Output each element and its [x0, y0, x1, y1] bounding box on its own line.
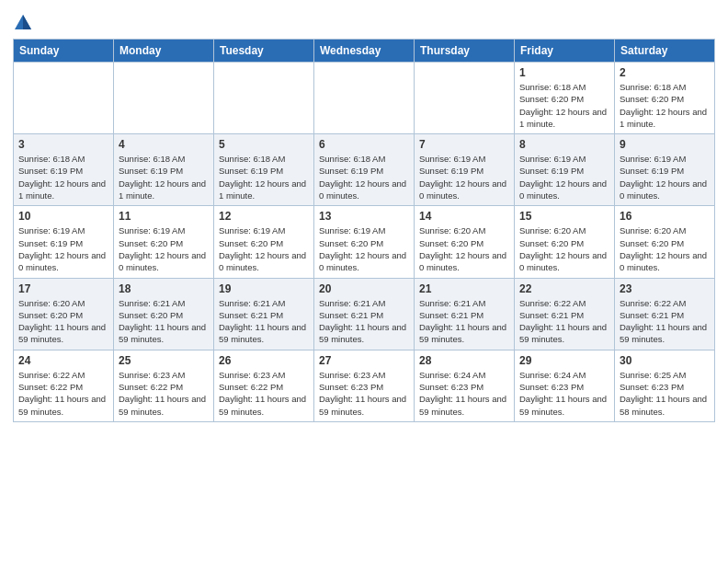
- day-info: Sunrise: 6:18 AM Sunset: 6:19 PM Dayligh…: [18, 153, 108, 201]
- calendar-cell: 14Sunrise: 6:20 AM Sunset: 6:20 PM Dayli…: [415, 206, 515, 278]
- calendar-cell: 19Sunrise: 6:21 AM Sunset: 6:21 PM Dayli…: [214, 278, 314, 350]
- calendar-cell: [114, 63, 214, 134]
- day-info: Sunrise: 6:23 AM Sunset: 6:22 PM Dayligh…: [119, 369, 209, 418]
- day-info: Sunrise: 6:22 AM Sunset: 6:22 PM Dayligh…: [18, 369, 108, 418]
- day-number: 7: [419, 138, 509, 151]
- calendar-cell: [214, 63, 314, 134]
- calendar-cell: 30Sunrise: 6:25 AM Sunset: 6:23 PM Dayli…: [615, 350, 715, 421]
- calendar-cell: [14, 63, 114, 134]
- day-info: Sunrise: 6:21 AM Sunset: 6:21 PM Dayligh…: [319, 297, 409, 346]
- day-info: Sunrise: 6:19 AM Sunset: 6:19 PM Dayligh…: [519, 153, 609, 201]
- day-number: 18: [119, 282, 209, 295]
- day-number: 1: [519, 66, 609, 79]
- day-info: Sunrise: 6:24 AM Sunset: 6:23 PM Dayligh…: [519, 369, 609, 418]
- day-info: Sunrise: 6:19 AM Sunset: 6:20 PM Dayligh…: [119, 224, 209, 273]
- page: SundayMondayTuesdayWednesdayThursdayFrid…: [0, 0, 728, 431]
- weekday-header-friday: Friday: [515, 40, 615, 63]
- calendar-cell: 4Sunrise: 6:18 AM Sunset: 6:19 PM Daylig…: [114, 134, 214, 206]
- day-info: Sunrise: 6:20 AM Sunset: 6:20 PM Dayligh…: [18, 297, 108, 346]
- day-info: Sunrise: 6:18 AM Sunset: 6:19 PM Dayligh…: [319, 153, 409, 201]
- day-info: Sunrise: 6:19 AM Sunset: 6:20 PM Dayligh…: [319, 224, 409, 273]
- weekday-header-monday: Monday: [114, 40, 214, 63]
- day-number: 5: [219, 138, 309, 151]
- day-info: Sunrise: 6:21 AM Sunset: 6:21 PM Dayligh…: [419, 297, 509, 346]
- calendar-cell: [314, 63, 415, 134]
- day-number: 26: [219, 354, 309, 367]
- calendar-cell: 11Sunrise: 6:19 AM Sunset: 6:20 PM Dayli…: [114, 206, 214, 278]
- day-number: 30: [620, 354, 710, 367]
- day-number: 2: [620, 66, 710, 79]
- weekday-header-saturday: Saturday: [615, 40, 715, 63]
- calendar-cell: 6Sunrise: 6:18 AM Sunset: 6:19 PM Daylig…: [314, 134, 415, 206]
- day-number: 16: [620, 210, 710, 223]
- day-number: 9: [620, 138, 710, 151]
- calendar-cell: 15Sunrise: 6:20 AM Sunset: 6:20 PM Dayli…: [515, 206, 615, 278]
- day-info: Sunrise: 6:19 AM Sunset: 6:19 PM Dayligh…: [419, 153, 509, 201]
- calendar-cell: 10Sunrise: 6:19 AM Sunset: 6:19 PM Dayli…: [14, 206, 114, 278]
- day-info: Sunrise: 6:20 AM Sunset: 6:20 PM Dayligh…: [419, 224, 509, 273]
- day-info: Sunrise: 6:22 AM Sunset: 6:21 PM Dayligh…: [519, 297, 609, 346]
- calendar-cell: 17Sunrise: 6:20 AM Sunset: 6:20 PM Dayli…: [14, 278, 114, 350]
- day-info: Sunrise: 6:18 AM Sunset: 6:19 PM Dayligh…: [219, 153, 309, 201]
- calendar-week-5: 24Sunrise: 6:22 AM Sunset: 6:22 PM Dayli…: [14, 350, 715, 421]
- day-number: 28: [419, 354, 509, 367]
- calendar-cell: 9Sunrise: 6:19 AM Sunset: 6:19 PM Daylig…: [615, 134, 715, 206]
- day-number: 24: [18, 354, 108, 367]
- logo: [13, 13, 37, 33]
- day-number: 27: [319, 354, 409, 367]
- day-info: Sunrise: 6:23 AM Sunset: 6:22 PM Dayligh…: [219, 369, 309, 418]
- day-info: Sunrise: 6:21 AM Sunset: 6:21 PM Dayligh…: [219, 297, 309, 346]
- calendar-cell: [415, 63, 515, 134]
- calendar-cell: 7Sunrise: 6:19 AM Sunset: 6:19 PM Daylig…: [415, 134, 515, 206]
- day-info: Sunrise: 6:19 AM Sunset: 6:19 PM Dayligh…: [18, 224, 108, 273]
- day-number: 3: [18, 138, 108, 151]
- day-number: 10: [18, 210, 108, 223]
- calendar-cell: 13Sunrise: 6:19 AM Sunset: 6:20 PM Dayli…: [314, 206, 415, 278]
- day-info: Sunrise: 6:18 AM Sunset: 6:20 PM Dayligh…: [519, 81, 609, 130]
- calendar-cell: 25Sunrise: 6:23 AM Sunset: 6:22 PM Dayli…: [114, 350, 214, 421]
- day-number: 17: [18, 282, 108, 295]
- day-info: Sunrise: 6:21 AM Sunset: 6:20 PM Dayligh…: [119, 297, 209, 346]
- weekday-header-thursday: Thursday: [415, 40, 515, 63]
- calendar-cell: 28Sunrise: 6:24 AM Sunset: 6:23 PM Dayli…: [415, 350, 515, 421]
- calendar-body: 1Sunrise: 6:18 AM Sunset: 6:20 PM Daylig…: [14, 63, 715, 422]
- weekday-header-tuesday: Tuesday: [214, 40, 314, 63]
- day-info: Sunrise: 6:18 AM Sunset: 6:19 PM Dayligh…: [119, 153, 209, 201]
- calendar-week-3: 10Sunrise: 6:19 AM Sunset: 6:19 PM Dayli…: [14, 206, 715, 278]
- calendar-cell: 27Sunrise: 6:23 AM Sunset: 6:23 PM Dayli…: [314, 350, 415, 421]
- day-number: 25: [119, 354, 209, 367]
- day-info: Sunrise: 6:19 AM Sunset: 6:20 PM Dayligh…: [219, 224, 309, 273]
- header: [13, 9, 715, 33]
- day-info: Sunrise: 6:20 AM Sunset: 6:20 PM Dayligh…: [519, 224, 609, 273]
- calendar-cell: 18Sunrise: 6:21 AM Sunset: 6:20 PM Dayli…: [114, 278, 214, 350]
- calendar-cell: 21Sunrise: 6:21 AM Sunset: 6:21 PM Dayli…: [415, 278, 515, 350]
- calendar-week-4: 17Sunrise: 6:20 AM Sunset: 6:20 PM Dayli…: [14, 278, 715, 350]
- day-number: 8: [519, 138, 609, 151]
- day-info: Sunrise: 6:20 AM Sunset: 6:20 PM Dayligh…: [620, 224, 710, 273]
- calendar-cell: 29Sunrise: 6:24 AM Sunset: 6:23 PM Dayli…: [515, 350, 615, 421]
- calendar-cell: 24Sunrise: 6:22 AM Sunset: 6:22 PM Dayli…: [14, 350, 114, 421]
- day-info: Sunrise: 6:24 AM Sunset: 6:23 PM Dayligh…: [419, 369, 509, 418]
- day-number: 12: [219, 210, 309, 223]
- day-number: 19: [219, 282, 309, 295]
- day-info: Sunrise: 6:25 AM Sunset: 6:23 PM Dayligh…: [620, 369, 710, 418]
- calendar-cell: 2Sunrise: 6:18 AM Sunset: 6:20 PM Daylig…: [615, 63, 715, 134]
- calendar-cell: 22Sunrise: 6:22 AM Sunset: 6:21 PM Dayli…: [515, 278, 615, 350]
- day-number: 6: [319, 138, 409, 151]
- day-info: Sunrise: 6:22 AM Sunset: 6:21 PM Dayligh…: [620, 297, 710, 346]
- day-number: 23: [620, 282, 710, 295]
- calendar-cell: 16Sunrise: 6:20 AM Sunset: 6:20 PM Dayli…: [615, 206, 715, 278]
- calendar-cell: 5Sunrise: 6:18 AM Sunset: 6:19 PM Daylig…: [214, 134, 314, 206]
- day-number: 29: [519, 354, 609, 367]
- weekday-header-wednesday: Wednesday: [314, 40, 415, 63]
- day-number: 11: [119, 210, 209, 223]
- calendar-cell: 3Sunrise: 6:18 AM Sunset: 6:19 PM Daylig…: [14, 134, 114, 206]
- day-info: Sunrise: 6:19 AM Sunset: 6:19 PM Dayligh…: [620, 153, 710, 201]
- calendar-cell: 8Sunrise: 6:19 AM Sunset: 6:19 PM Daylig…: [515, 134, 615, 206]
- day-number: 21: [419, 282, 509, 295]
- svg-marker-1: [23, 15, 31, 29]
- calendar-cell: 20Sunrise: 6:21 AM Sunset: 6:21 PM Dayli…: [314, 278, 415, 350]
- day-info: Sunrise: 6:18 AM Sunset: 6:20 PM Dayligh…: [620, 81, 710, 130]
- logo-icon: [13, 13, 33, 33]
- calendar-week-2: 3Sunrise: 6:18 AM Sunset: 6:19 PM Daylig…: [14, 134, 715, 206]
